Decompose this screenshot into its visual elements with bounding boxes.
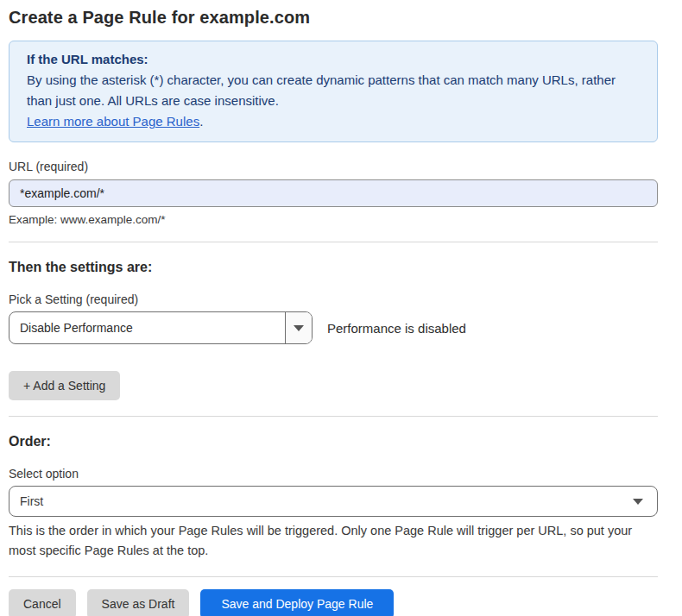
settings-section-heading: Then the settings are: (9, 260, 658, 275)
setting-select[interactable]: Disable Performance (9, 311, 313, 344)
url-input[interactable] (9, 179, 658, 207)
learn-more-link[interactable]: Learn more about Page Rules (27, 114, 199, 129)
save-and-deploy-button[interactable]: Save and Deploy Page Rule (200, 589, 394, 616)
divider (9, 576, 658, 577)
link-period: . (199, 114, 203, 129)
url-field-label: URL (required) (9, 160, 658, 173)
setting-select-value: Disable Performance (9, 312, 285, 343)
order-select-value: First (20, 494, 633, 508)
create-page-rule-form: Create a Page Rule for example.com If th… (9, 0, 658, 616)
setting-row: Disable Performance Performance is disab… (9, 311, 658, 344)
divider (9, 416, 658, 417)
info-box-body: By using the asterisk (*) character, you… (27, 70, 640, 111)
add-setting-button[interactable]: + Add a Setting (9, 371, 120, 400)
url-match-info-box: If the URL matches: By using the asteris… (9, 41, 658, 142)
setting-status-text: Performance is disabled (327, 321, 466, 336)
chevron-down-icon (633, 499, 643, 505)
save-as-draft-button[interactable]: Save as Draft (87, 589, 190, 616)
order-select-label: Select option (9, 467, 658, 481)
pick-setting-label: Pick a Setting (required) (9, 292, 658, 306)
divider (9, 242, 658, 242)
info-box-link-line: Learn more about Page Rules. (27, 111, 640, 132)
order-section-heading: Order: (9, 434, 658, 449)
url-example-helper: Example: www.example.com/* (9, 213, 658, 226)
order-select[interactable]: First (9, 486, 658, 517)
chevron-down-icon (294, 325, 304, 331)
page-title: Create a Page Rule for example.com (9, 8, 658, 28)
order-helper-text: This is the order in which your Page Rul… (9, 521, 658, 561)
setting-select-arrow-button[interactable] (285, 312, 312, 343)
info-box-heading: If the URL matches: (27, 49, 640, 70)
footer-actions: Cancel Save as Draft Save and Deploy Pag… (9, 589, 658, 616)
cancel-button[interactable]: Cancel (9, 589, 76, 616)
